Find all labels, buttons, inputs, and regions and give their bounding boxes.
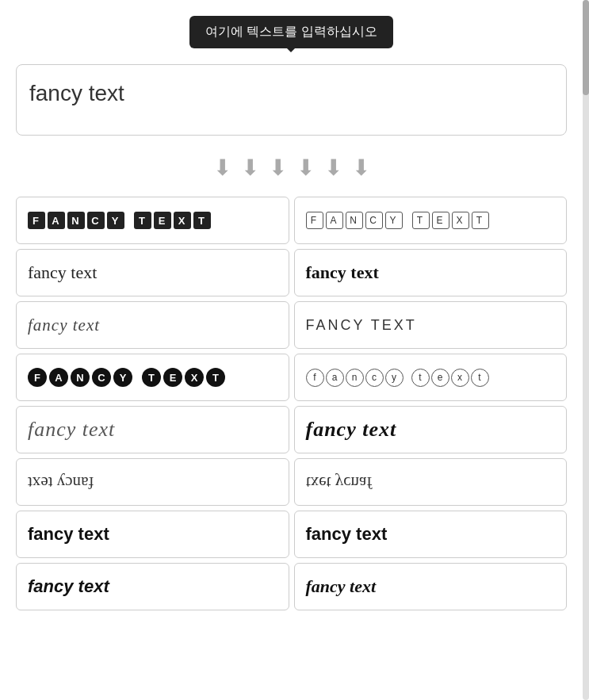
style-bold-italic: fancy text [28,576,109,597]
result-cell-12[interactable]: fancy text [294,458,568,506]
arrow-4: ⬇ [296,155,315,181]
result-cell-16[interactable]: fancy text [294,563,568,610]
style-boxed-outline: FANCY TEXT [306,212,489,229]
style-italic-serif: fancy text [28,316,100,335]
result-cell-15[interactable]: fancy text [16,563,289,610]
result-cell-6[interactable]: FANCY TEXT [294,301,568,349]
results-grid: FANCY TEXT FANCY TEXT fancy text fancy t… [16,197,567,610]
style-script-bold: fancy text [306,418,397,442]
result-cell-14[interactable]: fancy text [294,511,568,558]
tooltip-label: 여기에 텍스트를 입력하십시오 [205,25,377,38]
input-container [16,64,567,136]
arrow-1: ⬇ [213,155,231,181]
style-smallcaps: FANCY TEXT [306,317,417,334]
result-cell-5[interactable]: fancy text [16,301,289,349]
result-cell-2[interactable]: FANCY TEXT [294,197,568,244]
result-cell-4[interactable]: fancy text [294,249,568,296]
style-oldeng-bold: fancy text [306,262,379,283]
result-cell-13[interactable]: fancy text [16,511,289,558]
style-boxed-bold: FANCY TEXT [28,212,211,229]
tooltip-container: 여기에 텍스트를 입력하십시오 [16,16,567,48]
result-cell-10[interactable]: fancy text [294,406,568,453]
result-cell-3[interactable]: fancy text [16,249,289,296]
style-oldeng: fancy text [28,262,97,283]
result-cell-9[interactable]: fancy text [16,406,289,453]
result-cell-8[interactable]: fancy text [294,354,568,401]
arrows-row: ⬇ ⬇ ⬇ ⬇ ⬇ ⬇ [16,155,567,181]
style-bold-sans: fancy text [28,524,109,545]
style-flipped: fancy text [28,472,94,492]
result-cell-7[interactable]: FANCY TEXT [16,354,289,401]
tooltip-box: 여기에 텍스트를 입력하십시오 [189,16,393,48]
style-bold-italic2: fancy text [306,576,377,597]
style-bold-sans2: fancy text [306,524,388,545]
scrollbar-thumb[interactable] [583,0,589,95]
arrow-6: ⬇ [352,155,370,181]
style-circle-bold: FANCY TEXT [28,368,225,387]
style-script-thin: fancy text [28,418,115,442]
result-cell-1[interactable]: FANCY TEXT [16,197,289,244]
text-input[interactable] [29,81,553,106]
result-cell-11[interactable]: fancy text [16,458,289,506]
arrow-5: ⬇ [324,155,342,181]
arrow-2: ⬇ [241,155,259,181]
arrow-3: ⬇ [269,155,287,181]
style-reversed: fancy text [306,472,372,492]
style-circle-outline: fancy text [306,369,489,387]
scrollbar[interactable] [583,0,589,700]
